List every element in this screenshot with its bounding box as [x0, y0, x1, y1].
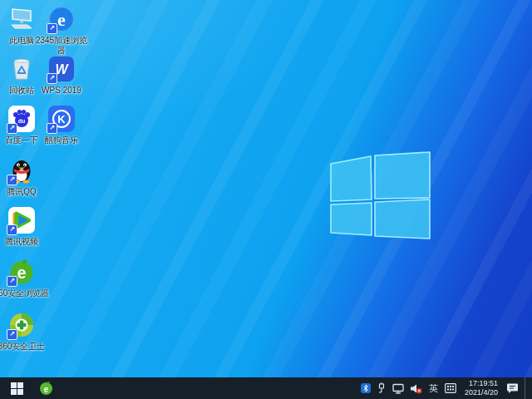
- icon-label: WPS 2019: [32, 86, 91, 96]
- icon-label: 360安全卫士: [0, 342, 52, 352]
- clock-date: 2021/4/20: [465, 388, 498, 397]
- action-center-icon[interactable]: [506, 377, 519, 399]
- show-desktop-button[interactable]: [525, 377, 529, 399]
- desktop-icon-360-safety-guard[interactable]: ↗ 360安全卫士: [0, 311, 52, 352]
- windows-start-icon: [11, 382, 23, 395]
- shortcut-arrow-icon: ↗: [47, 123, 57, 134]
- desktop-wallpaper: 此电脑 回收站 du ↗ 百度一下: [0, 0, 532, 377]
- svg-text:e: e: [57, 9, 66, 30]
- clock-time: 17:19:51: [465, 379, 498, 388]
- svg-text:du: du: [18, 118, 26, 124]
- shortcut-arrow-icon: ↗: [7, 276, 17, 287]
- tencent-video-icon: ↗: [7, 206, 36, 234]
- ime-language-indicator[interactable]: 英: [428, 377, 439, 399]
- 2345-browser-icon: e ↗: [47, 5, 76, 33]
- system-tray: 英 17:19:51 2021/4/20: [361, 377, 532, 399]
- 360-browser-icon: e ↗: [7, 258, 36, 286]
- desktop-icon-360-safe-browser[interactable]: e ↗ 360安全浏览器: [0, 258, 52, 298]
- shortcut-arrow-icon: ↗: [7, 123, 17, 134]
- icon-label: 腾讯QQ: [0, 187, 52, 197]
- desktop-icon-kugou-music[interactable]: K ↗ 酷狗音乐: [32, 105, 91, 145]
- network-tray-icon[interactable]: [392, 377, 404, 399]
- icon-label: 腾讯视频: [0, 237, 52, 247]
- svg-text:e: e: [43, 384, 48, 393]
- desktop-icon-tencent-video[interactable]: ↗ 腾讯视频: [0, 206, 52, 247]
- svg-text:K: K: [57, 113, 66, 126]
- shortcut-arrow-icon: ↗: [7, 224, 17, 235]
- volume-muted-tray-icon[interactable]: [410, 377, 422, 399]
- kugou-icon: K ↗: [47, 105, 76, 133]
- touch-keyboard-icon[interactable]: [445, 377, 456, 399]
- taskbar: e: [0, 377, 532, 399]
- bluetooth-tray-icon[interactable]: [361, 377, 371, 399]
- qq-penguin-icon: ↗: [7, 156, 36, 185]
- shortcut-arrow-icon: ↗: [7, 175, 17, 185]
- desktop-icon-wps-2019[interactable]: W ↗ WPS 2019: [32, 55, 91, 96]
- icon-label: 360安全浏览器: [0, 288, 52, 298]
- shortcut-arrow-icon: ↗: [47, 73, 57, 84]
- svg-text:e: e: [17, 264, 26, 282]
- usb-tray-icon[interactable]: [377, 377, 387, 399]
- desktop-icon-tencent-qq[interactable]: ↗ 腾讯QQ: [0, 156, 52, 197]
- icon-label: 酷狗音乐: [32, 135, 91, 145]
- 360-browser-taskbar-icon: e: [39, 382, 53, 396]
- start-button[interactable]: [0, 377, 33, 399]
- desktop-icon-2345-browser[interactable]: e ↗ 2345加速浏览器: [32, 5, 91, 56]
- wps-icon: W ↗: [47, 55, 76, 83]
- taskbar-clock[interactable]: 17:19:51 2021/4/20: [462, 379, 500, 397]
- taskbar-app-360-browser[interactable]: e: [33, 377, 58, 399]
- shortcut-arrow-icon: ↗: [47, 23, 57, 34]
- 360-guard-icon: ↗: [7, 311, 36, 339]
- shortcut-arrow-icon: ↗: [7, 329, 17, 340]
- icon-label: 2345加速浏览器: [32, 36, 91, 56]
